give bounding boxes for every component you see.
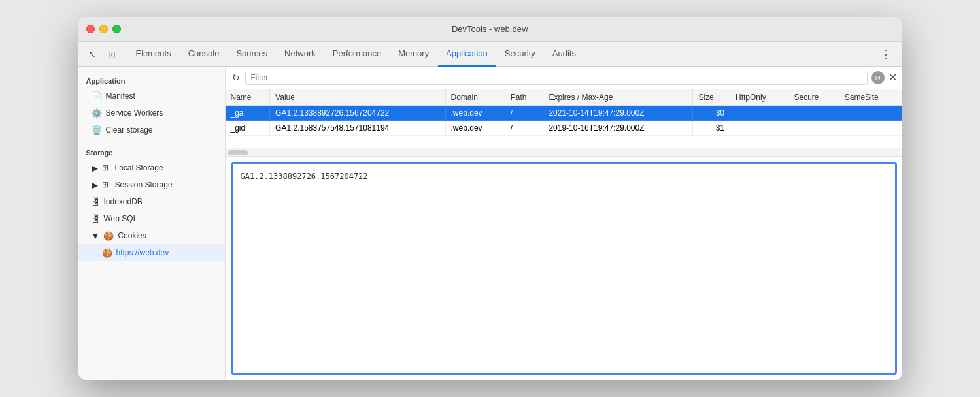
app-section-label: Application (78, 72, 225, 87)
session-storage-arrow-icon: ▶ (92, 180, 98, 190)
tab-application[interactable]: Application (438, 42, 496, 67)
sidebar-divider (78, 138, 225, 144)
col-httponly: HttpOnly (730, 89, 788, 106)
window-title: DevTools - web.dev/ (452, 24, 528, 34)
cookies-arrow-icon: ▼ (92, 231, 100, 241)
cell-value: GA1.2.1338892726.1567204722 (270, 106, 445, 121)
cookie-table-container: Name Value Domain Path Expires / Max-Age… (226, 89, 902, 149)
col-secure: Secure (788, 89, 839, 106)
more-options-icon[interactable]: ⋮ (875, 47, 897, 61)
cell-size: 31 (693, 121, 730, 136)
cell-secure (788, 106, 839, 121)
scrollbar-thumb[interactable] (228, 150, 248, 155)
table-header: Name Value Domain Path Expires / Max-Age… (226, 89, 902, 106)
col-domain: Domain (445, 89, 505, 106)
web-sql-icon: 🗄 (92, 214, 100, 224)
minimize-button[interactable] (99, 25, 108, 33)
cell-name: _gid (226, 121, 270, 136)
sidebar-item-cookies[interactable]: ▼ 🍪 Cookies (78, 227, 225, 244)
refresh-icon[interactable]: ↻ (231, 71, 241, 84)
devtools-window: DevTools - web.dev/ ↖ ⊡ Elements Console… (78, 17, 902, 380)
sidebar-item-session-storage[interactable]: ▶ ⊞ Session Storage (78, 176, 225, 193)
cursor-icon[interactable]: ↖ (84, 46, 101, 62)
detail-value: GA1.2.1338892726.1567204722 (241, 172, 368, 181)
cell-path: / (505, 121, 543, 136)
col-size: Size (693, 89, 730, 106)
sidebar-item-service-workers[interactable]: ⚙️ Service Workers (78, 104, 225, 121)
clear-storage-icon: 🗑️ (92, 125, 102, 135)
sidebar: Application 📄 Manifest ⚙️ Service Worker… (78, 67, 226, 380)
filter-bar: ↻ ⊘ ✕ (226, 67, 902, 89)
indexed-db-icon: 🗄 (92, 197, 100, 207)
tab-performance[interactable]: Performance (325, 42, 389, 67)
main-content: Application 📄 Manifest ⚙️ Service Worker… (78, 67, 902, 380)
device-icon[interactable]: ⊡ (103, 46, 120, 62)
table-row[interactable]: _ga GA1.2.1338892726.1567204722 .web.dev… (226, 106, 902, 121)
col-name: Name (226, 89, 270, 106)
cell-secure (788, 121, 839, 136)
tab-audits[interactable]: Audits (545, 42, 584, 67)
tab-memory[interactable]: Memory (390, 42, 437, 67)
traffic-lights (86, 25, 121, 33)
cell-expires: 2021-10-14T19:47:29.000Z (543, 106, 693, 121)
filter-no-icon[interactable]: ⊘ (871, 71, 885, 84)
service-workers-icon: ⚙️ (92, 108, 102, 118)
col-samesite: SameSite (839, 89, 902, 106)
sidebar-item-local-storage[interactable]: ▶ ⊞ Local Storage (78, 159, 225, 176)
table-scrollbar[interactable] (226, 149, 902, 157)
filter-close-icon[interactable]: ✕ (888, 72, 897, 83)
sidebar-item-clear-storage[interactable]: 🗑️ Clear storage (78, 121, 225, 138)
cell-expires: 2019-10-16T19:47:29.000Z (543, 121, 693, 136)
tab-security[interactable]: Security (497, 42, 543, 67)
sidebar-item-cookies-web-dev[interactable]: 🍪 https://web.dev (78, 244, 225, 261)
sidebar-item-manifest[interactable]: 📄 Manifest (78, 87, 225, 104)
manifest-label: Manifest (106, 91, 135, 101)
cell-size: 30 (693, 106, 730, 121)
cookies-icon: 🍪 (103, 231, 114, 241)
table-body: _ga GA1.2.1338892726.1567204722 .web.dev… (226, 106, 902, 149)
close-button[interactable] (86, 25, 95, 33)
local-storage-label: Local Storage (115, 163, 163, 172)
toolbar-icons: ↖ ⊡ (84, 46, 120, 62)
maximize-button[interactable] (112, 25, 121, 33)
local-storage-arrow-icon: ▶ (92, 163, 98, 173)
sidebar-item-indexed-db[interactable]: 🗄 IndexedDB (78, 193, 225, 210)
cookies-sub-icon: 🍪 (102, 248, 112, 258)
web-sql-label: Web SQL (104, 214, 138, 223)
cell-value: GA1.2.1583757548.1571081194 (270, 121, 445, 136)
cell-samesite (839, 106, 902, 121)
col-path: Path (505, 89, 543, 106)
cell-samesite (839, 121, 902, 136)
clear-storage-label: Clear storage (106, 125, 153, 135)
cell-httponly (730, 121, 788, 136)
cell-domain: .web.dev (445, 121, 505, 136)
tab-console[interactable]: Console (180, 42, 228, 67)
col-expires: Expires / Max-Age (543, 89, 693, 106)
service-workers-label: Service Workers (106, 108, 163, 118)
cookies-web-dev-label: https://web.dev (116, 248, 169, 257)
tab-network[interactable]: Network (277, 42, 324, 67)
session-storage-label: Session Storage (115, 180, 173, 189)
sidebar-item-web-sql[interactable]: 🗄 Web SQL (78, 210, 225, 227)
cell-path: / (505, 106, 543, 121)
filter-input[interactable] (245, 71, 868, 85)
cookies-label: Cookies (118, 231, 146, 240)
tab-elements[interactable]: Elements (128, 42, 179, 67)
manifest-icon: 📄 (92, 91, 102, 101)
cell-name: _ga (226, 106, 270, 121)
col-value: Value (270, 89, 445, 106)
toolbar: ↖ ⊡ Elements Console Sources Network Per… (78, 42, 902, 67)
storage-section-label: Storage (78, 144, 225, 159)
content-panel: ↻ ⊘ ✕ Name Value Domain Path Expires / M… (226, 67, 902, 380)
table-row-empty (226, 136, 902, 149)
cookie-table: Name Value Domain Path Expires / Max-Age… (226, 89, 902, 149)
table-row[interactable]: _gid GA1.2.1583757548.1571081194 .web.de… (226, 121, 902, 136)
indexed-db-label: IndexedDB (104, 197, 143, 206)
cell-domain: .web.dev (445, 106, 505, 121)
title-bar: DevTools - web.dev/ (78, 17, 902, 42)
tab-sources[interactable]: Sources (228, 42, 275, 67)
cell-httponly (730, 106, 788, 121)
detail-panel: GA1.2.1338892726.1567204722 (231, 162, 897, 375)
